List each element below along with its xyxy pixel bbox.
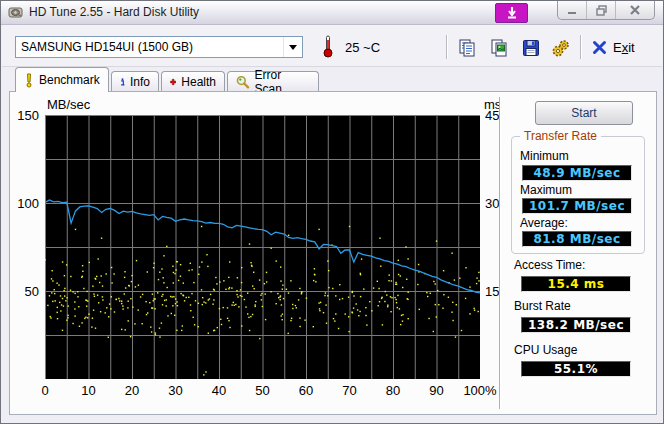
maximum-value: 101.7 MB/sec (522, 198, 632, 214)
app-icon (8, 4, 24, 20)
thermometer-icon (322, 34, 334, 58)
exit-label: Exit (613, 40, 635, 55)
right-axis-tick: 45 (485, 108, 499, 123)
temperature-readout: 25 ~C (345, 40, 380, 55)
benchmark-chart (45, 115, 480, 379)
tab-error-scan[interactable]: Error Scan (227, 71, 319, 92)
options-button[interactable] (547, 34, 575, 62)
x-axis-tick: 30 (168, 383, 182, 398)
average-label: Average: (520, 216, 568, 230)
transfer-rate-groupbox: Transfer Rate Minimum 48.9 MB/sec Maximu… (511, 136, 645, 254)
drive-selector[interactable]: SAMSUNG HD154UI (1500 GB) (15, 36, 303, 58)
maximum-label: Maximum (520, 183, 572, 197)
close-button[interactable] (615, 1, 654, 19)
tab-label: Info (130, 75, 150, 89)
toolbar-separator (580, 35, 582, 59)
right-axis-tick: 30 (485, 196, 499, 211)
error-scan-icon (236, 75, 250, 89)
left-axis-tick: 150 (17, 108, 39, 123)
burst-rate-value: 138.2 MB/sec (521, 317, 631, 333)
window-title: HD Tune 2.55 - Hard Disk Utility (29, 5, 199, 19)
access-time-label: Access Time: (514, 258, 585, 272)
chart-plot-area (45, 115, 480, 379)
exit-button[interactable]: Exit (588, 36, 639, 58)
tab-label: Health (181, 75, 216, 89)
info-icon (120, 75, 125, 89)
app-window: HD Tune 2.55 - Hard Disk Utility (0, 0, 664, 424)
tab-benchmark[interactable]: Benchmark (15, 67, 109, 92)
save-button[interactable] (517, 34, 545, 62)
x-axis-tick: 60 (299, 383, 313, 398)
x-axis-tick: 100% (463, 383, 496, 398)
drive-selector-value: SAMSUNG HD154UI (1500 GB) (16, 40, 283, 54)
x-axis-tick: 10 (81, 383, 95, 398)
copy-text-button[interactable] (453, 34, 481, 62)
health-icon (170, 75, 176, 89)
x-axis-tick: 90 (429, 383, 443, 398)
left-axis-tick: 100 (17, 196, 39, 211)
left-axis-tick: 50 (25, 284, 39, 299)
tab-health[interactable]: Health (161, 71, 225, 92)
title-bar[interactable]: HD Tune 2.55 - Hard Disk Utility (1, 1, 663, 25)
benchmark-page: MB/secms15010050453015010203040506070809… (9, 91, 657, 415)
left-axis-title: MB/sec (47, 97, 90, 112)
toolbar-separator (446, 35, 448, 59)
tab-label: Benchmark (39, 73, 100, 87)
download-arrow-badge[interactable] (495, 3, 528, 23)
tab-info[interactable]: Info (111, 71, 159, 92)
window-controls (557, 1, 655, 20)
right-axis-tick: 15 (485, 284, 499, 299)
burst-rate-label: Burst Rate (514, 299, 571, 313)
average-value: 81.8 MB/sec (522, 231, 632, 247)
minimum-label: Minimum (520, 149, 569, 163)
x-axis-tick: 20 (125, 383, 139, 398)
cpu-usage-label: CPU Usage (514, 343, 577, 357)
vertical-divider (499, 97, 501, 409)
minimum-value: 48.9 MB/sec (522, 165, 632, 181)
groupbox-title: Transfer Rate (520, 129, 601, 143)
copy-image-button[interactable] (485, 34, 513, 62)
restore-button[interactable] (586, 1, 615, 19)
cpu-usage-value: 55.1% (521, 361, 631, 377)
chevron-down-icon[interactable] (283, 37, 302, 57)
x-axis-tick: 50 (255, 383, 269, 398)
access-time-value: 15.4 ms (521, 276, 631, 292)
exit-x-icon (592, 40, 607, 55)
toolbar: SAMSUNG HD154UI (1500 GB) 25 ~C (2, 25, 662, 67)
x-axis-tick: 80 (386, 383, 400, 398)
x-axis-tick: 0 (41, 383, 48, 398)
benchmark-icon (24, 73, 34, 88)
x-axis-tick: 40 (212, 383, 226, 398)
x-axis-tick: 70 (342, 383, 356, 398)
start-button[interactable]: Start (535, 101, 633, 125)
minimize-button[interactable] (558, 1, 586, 19)
